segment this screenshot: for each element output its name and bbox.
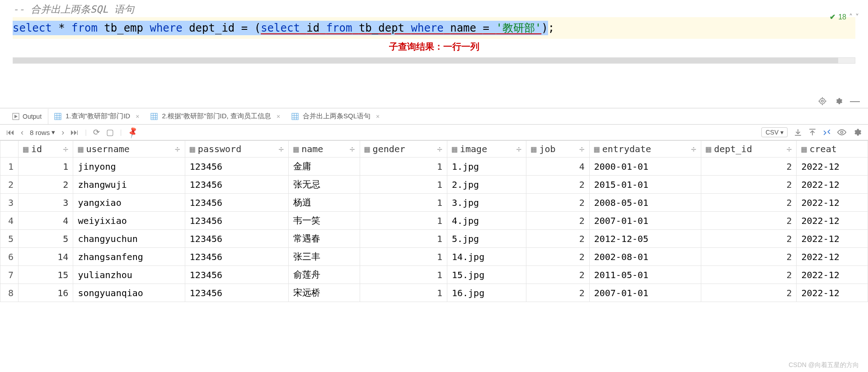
sort-icon[interactable]: ÷ (691, 144, 696, 154)
col-header-name[interactable]: ▦name÷ (289, 141, 360, 158)
cell-id[interactable]: 15 (19, 266, 73, 284)
cell-username[interactable]: yulianzhou (73, 266, 185, 284)
cell-password[interactable]: 123456 (185, 248, 288, 266)
sql-statement-line[interactable]: select * from tb_emp where dept_id = (se… (13, 17, 855, 39)
target-icon[interactable] (818, 97, 826, 105)
cell-job[interactable]: 2 (526, 248, 589, 266)
export-format-dropdown[interactable]: CSV ▾ (761, 127, 788, 137)
cell-dept-id[interactable]: 2 (701, 266, 797, 284)
cell-username[interactable]: zhangwuji (73, 176, 185, 194)
editor-h-scrollbar[interactable] (13, 57, 855, 64)
table-row[interactable]: 22zhangwuji123456张无忌12.jpg22015-01-01220… (0, 176, 868, 194)
prev-page-icon[interactable]: ‹ (21, 128, 23, 137)
cell-image[interactable]: 2.jpg (447, 176, 526, 194)
cell-username[interactable]: jinyong (73, 158, 185, 176)
cell-gender[interactable]: 1 (360, 212, 447, 230)
cell-password[interactable]: 123456 (185, 230, 288, 248)
cell-dept-id[interactable]: 2 (701, 284, 797, 302)
first-page-icon[interactable]: ⏮ (6, 128, 14, 137)
cell-creat[interactable]: 2022-12 (797, 212, 868, 230)
cell-dept-id[interactable]: 2 (701, 158, 797, 176)
cell-entrydate[interactable]: 2007-01-01 (589, 212, 701, 230)
cell-entrydate[interactable]: 2012-12-05 (589, 230, 701, 248)
stop-icon[interactable]: ▢ (106, 127, 114, 137)
cell-password[interactable]: 123456 (185, 266, 288, 284)
cell-entrydate[interactable]: 2007-01-01 (589, 284, 701, 302)
col-header-username[interactable]: ▦username÷ (73, 141, 185, 158)
cell-gender[interactable]: 1 (360, 248, 447, 266)
cell-name[interactable]: 张无忌 (289, 176, 360, 194)
cell-entrydate[interactable]: 2002-08-01 (589, 248, 701, 266)
sort-icon[interactable]: ÷ (579, 144, 585, 154)
table-row[interactable]: 715yulianzhou123456俞莲舟115.jpg22011-05-01… (0, 266, 868, 284)
cell-password[interactable]: 123456 (185, 212, 288, 230)
download-icon[interactable] (794, 128, 802, 136)
sort-icon[interactable]: ÷ (516, 144, 521, 154)
pin-icon[interactable]: 📌 (126, 126, 140, 139)
col-header-gender[interactable]: ▦gender÷ (360, 141, 447, 158)
cell-creat[interactable]: 2022-12 (797, 176, 868, 194)
col-header-password[interactable]: ▦password÷ (185, 141, 288, 158)
minimize-icon[interactable]: — (851, 97, 859, 105)
cell-job[interactable]: 2 (526, 266, 589, 284)
cell-job[interactable]: 2 (526, 230, 589, 248)
close-icon[interactable]: × (277, 113, 280, 120)
sort-icon[interactable]: ÷ (437, 144, 442, 154)
sort-icon[interactable]: ÷ (786, 144, 792, 154)
cell-dept-id[interactable]: 2 (701, 212, 797, 230)
col-header-entrydate[interactable]: ▦entrydate÷ (589, 141, 701, 158)
col-header-creat[interactable]: ▦creat (797, 141, 868, 158)
next-page-icon[interactable]: › (61, 128, 64, 137)
cell-dept-id[interactable]: 2 (701, 230, 797, 248)
cell-entrydate[interactable]: 2011-05-01 (589, 266, 701, 284)
cell-gender[interactable]: 1 (360, 284, 447, 302)
cell-username[interactable]: weiyixiao (73, 212, 185, 230)
cell-image[interactable]: 4.jpg (447, 212, 526, 230)
col-header-id[interactable]: ▦id÷ (19, 141, 73, 158)
sort-icon[interactable]: ÷ (175, 144, 180, 154)
cell-gender[interactable]: 1 (360, 176, 447, 194)
cell-image[interactable]: 3.jpg (447, 194, 526, 212)
cell-username[interactable]: changyuchun (73, 230, 185, 248)
table-row[interactable]: 816songyuanqiao123456宋远桥116.jpg22007-01-… (0, 284, 868, 302)
table-row[interactable]: 55changyuchun123456常遇春15.jpg22012-12-052… (0, 230, 868, 248)
cell-password[interactable]: 123456 (185, 176, 288, 194)
tab-query-3[interactable]: 合并出上两条SQL语句 × (286, 108, 385, 124)
cell-job[interactable]: 2 (526, 212, 589, 230)
cell-image[interactable]: 16.jpg (447, 284, 526, 302)
table-row[interactable]: 44weiyixiao123456韦一笑14.jpg22007-01-01220… (0, 212, 868, 230)
cell-name[interactable]: 张三丰 (289, 248, 360, 266)
result-table-wrapper[interactable]: ▦id÷ ▦username÷ ▦password÷ ▦name÷ ▦gende… (0, 140, 868, 302)
cell-password[interactable]: 123456 (185, 194, 288, 212)
cell-name[interactable]: 俞莲舟 (289, 266, 360, 284)
cell-name[interactable]: 杨逍 (289, 194, 360, 212)
col-header-dept-id[interactable]: ▦dept_id÷ (701, 141, 797, 158)
gear-icon[interactable] (853, 128, 862, 137)
table-row[interactable]: 11jinyong123456金庸11.jpg42000-01-0122022-… (0, 158, 868, 176)
cell-password[interactable]: 123456 (185, 284, 288, 302)
cell-id[interactable]: 14 (19, 248, 73, 266)
gear-icon[interactable] (835, 97, 843, 105)
cell-creat[interactable]: 2022-12 (797, 194, 868, 212)
cell-dept-id[interactable]: 2 (701, 176, 797, 194)
cell-name[interactable]: 韦一笑 (289, 212, 360, 230)
cell-id[interactable]: 16 (19, 284, 73, 302)
cell-id[interactable]: 5 (19, 230, 73, 248)
cell-id[interactable]: 3 (19, 194, 73, 212)
cell-password[interactable]: 123456 (185, 158, 288, 176)
close-icon[interactable]: × (136, 113, 139, 120)
close-icon[interactable]: × (376, 113, 380, 120)
col-header-job[interactable]: ▦job÷ (526, 141, 589, 158)
cell-name[interactable]: 金庸 (289, 158, 360, 176)
status-prev-icon[interactable]: ˄ (849, 13, 853, 21)
table-row[interactable]: 33yangxiao123456杨逍13.jpg22008-05-0122022… (0, 194, 868, 212)
cell-entrydate[interactable]: 2015-01-01 (589, 176, 701, 194)
cell-gender[interactable]: 1 (360, 230, 447, 248)
output-tab[interactable]: Output (5, 109, 48, 124)
sort-icon[interactable]: ÷ (63, 144, 68, 154)
rows-dropdown[interactable]: 8 rows ▾ (30, 128, 55, 136)
cell-username[interactable]: songyuanqiao (73, 284, 185, 302)
sort-icon[interactable]: ÷ (350, 144, 355, 154)
sql-editor[interactable]: -- 合并出上两条SQL 语句 select * from tb_emp whe… (0, 0, 868, 57)
cell-id[interactable]: 4 (19, 212, 73, 230)
